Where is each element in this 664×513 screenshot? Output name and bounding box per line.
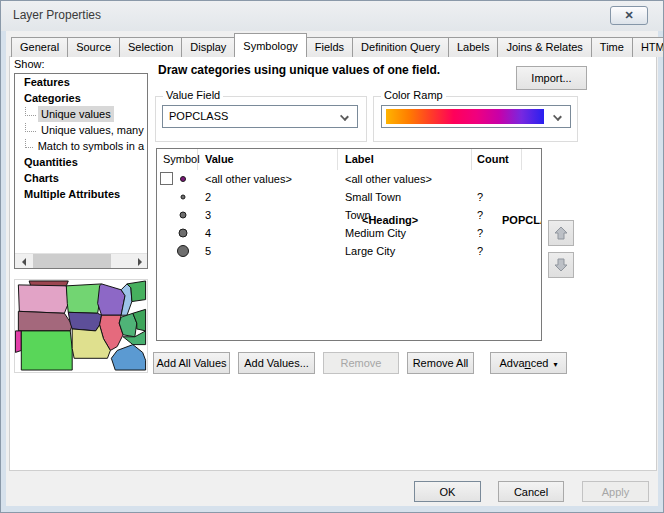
show-item-unique-values[interactable]: Unique values [15, 106, 147, 122]
tree-connector-icon [25, 139, 33, 148]
values-table[interactable]: Symbol Value Label Count <all other valu… [156, 148, 542, 341]
tab-symbology[interactable]: Symbology [234, 33, 306, 57]
symbol-cell [157, 170, 198, 188]
import-button[interactable]: Import... [516, 66, 587, 90]
add-values-button[interactable]: Add Values... [238, 352, 315, 374]
tab-general[interactable]: General [11, 37, 68, 57]
table-row[interactable]: <all other values><all other values> [157, 170, 541, 188]
color-ramp-group-label: Color Ramp [381, 89, 446, 101]
label-cell: Large City [338, 242, 472, 260]
map-preview [14, 279, 148, 373]
tab-html-popup[interactable]: HTML Popup [632, 37, 664, 57]
tab-definition-query[interactable]: Definition Query [352, 37, 449, 57]
arrow-down-icon [553, 257, 569, 273]
show-item-multiple-attributes[interactable]: Multiple Attributes [15, 186, 147, 202]
point-symbol-icon [177, 245, 189, 257]
panel-heading: Draw categories using unique values of o… [158, 63, 440, 77]
remove-button[interactable]: Remove [323, 352, 399, 374]
point-symbol-icon [180, 176, 186, 182]
cancel-button[interactable]: Cancel [498, 481, 564, 502]
tab-joins-relates[interactable]: Joins & Relates [497, 37, 591, 57]
symbol-cell [157, 188, 198, 206]
show-item-features[interactable]: Features [15, 74, 147, 90]
window-frame-bottom [1, 506, 663, 512]
tab-labels[interactable]: Labels [448, 37, 498, 57]
symbol-cell [157, 206, 198, 224]
symbol-cell [314, 211, 355, 229]
tree-connector-icon [25, 123, 36, 132]
label-cell: POPCLASS [495, 211, 542, 229]
ok-button[interactable]: OK [414, 481, 481, 502]
move-up-button[interactable] [548, 220, 574, 246]
advanced-button[interactable]: Advanced▾ [490, 352, 567, 374]
tab-time[interactable]: Time [591, 37, 633, 57]
value-cell: 5 [198, 242, 338, 260]
show-label: Show: [14, 58, 45, 70]
show-item-label: Match to symbols in a [35, 138, 147, 154]
symbol-cell [157, 242, 198, 260]
value-field-group-label: Value Field [163, 89, 223, 101]
add-all-values-button[interactable]: Add All Values [153, 352, 230, 374]
tab-source[interactable]: Source [67, 37, 120, 57]
table-row[interactable]: <Heading>POPCLASS [314, 211, 542, 229]
window-title: Layer Properties [13, 8, 101, 22]
value-cell: <all other values> [198, 170, 338, 188]
values-table-header: Symbol Value Label Count [157, 149, 541, 170]
tab-strip: GeneralSourceSelectionDisplaySymbologyFi… [11, 33, 664, 57]
show-item-match-to-symbols-in-a[interactable]: Match to symbols in a [15, 138, 147, 154]
values-table-body: <all other values><all other values><Hea… [157, 170, 541, 260]
show-item-label: Features [21, 74, 73, 90]
show-item-label: Quantities [21, 154, 81, 170]
advanced-label-end: ced [531, 357, 549, 369]
show-list-hscrollbar[interactable] [15, 253, 147, 268]
hscrollbar-thumb[interactable] [33, 254, 111, 269]
column-header-value: Value [198, 149, 338, 170]
show-item-quantities[interactable]: Quantities [15, 154, 147, 170]
title-bar: Layer Properties ✕ [1, 1, 663, 31]
point-symbol-icon [180, 212, 187, 219]
tab-selection[interactable]: Selection [119, 37, 182, 57]
show-item-unique-values-many[interactable]: Unique values, many [15, 122, 147, 138]
apply-button[interactable]: Apply [582, 481, 649, 502]
show-item-label: Unique values [38, 106, 114, 122]
show-item-label: Unique values, many [38, 122, 147, 138]
column-header-symbol: Symbol [157, 149, 198, 170]
column-header-count: Count [472, 149, 522, 170]
table-row[interactable]: 5Large City? [157, 242, 541, 260]
dropdown-caret-icon: ▾ [553, 360, 557, 369]
label-cell: Small Town [338, 188, 472, 206]
chevron-down-icon [553, 112, 562, 121]
scroll-right-arrow-icon[interactable] [132, 254, 147, 269]
value-field-combobox[interactable]: POPCLASS [162, 105, 358, 128]
count-cell: ? [472, 188, 522, 206]
table-row[interactable]: 2Small Town? [157, 188, 541, 206]
layer-properties-dialog: Layer Properties ✕ GeneralSourceSelectio… [0, 0, 664, 513]
close-icon: ✕ [624, 9, 633, 21]
count-cell: ? [472, 242, 522, 260]
close-button[interactable]: ✕ [610, 6, 648, 25]
label-cell: <all other values> [338, 170, 472, 188]
arrow-up-icon [553, 225, 569, 241]
point-symbol-icon [179, 229, 188, 238]
all-other-values-checkbox[interactable] [160, 172, 173, 185]
show-item-label: Multiple Attributes [21, 186, 123, 202]
tab-fields[interactable]: Fields [306, 37, 353, 57]
chevron-down-icon [340, 112, 349, 121]
column-header-label: Label [338, 149, 472, 170]
value-cell: <Heading> [355, 211, 495, 229]
tree-connector-icon [25, 107, 36, 116]
window-frame-left [1, 31, 6, 512]
show-listbox[interactable]: FeaturesCategoriesUnique valuesUnique va… [14, 73, 148, 269]
color-ramp-combobox[interactable] [381, 105, 571, 128]
symbol-cell [157, 224, 198, 242]
scroll-left-arrow-icon[interactable] [15, 254, 30, 269]
remove-all-button[interactable]: Remove All [407, 352, 474, 374]
value-cell: 2 [198, 188, 338, 206]
map-preview-image [15, 280, 147, 372]
color-ramp-gradient [386, 109, 544, 124]
show-item-charts[interactable]: Charts [15, 170, 147, 186]
move-down-button[interactable] [548, 252, 574, 278]
count-cell [472, 170, 522, 188]
show-item-categories[interactable]: Categories [15, 90, 147, 106]
tab-display[interactable]: Display [181, 37, 235, 57]
